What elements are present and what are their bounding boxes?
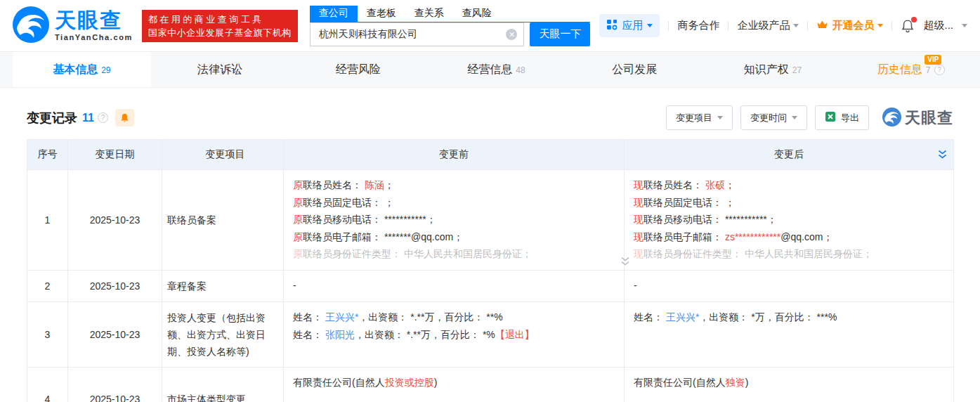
cell-change-item: 市场主体类型变更 [162, 368, 284, 402]
changed-value: zs************ [725, 231, 780, 242]
cell-text: 联络员电子邮箱： [643, 231, 725, 242]
column-header: 变更日期 [68, 140, 162, 170]
search-tabs: 查公司查老板查关系查风险 [310, 6, 591, 22]
notification-bell[interactable] [901, 19, 915, 33]
subscribe-bell-button[interactable] [115, 109, 134, 127]
excel-icon [825, 111, 836, 124]
cell-no: 3 [27, 302, 68, 368]
record-line: 现联络员身份证件类型： 中华人民共和国居民身份证； [634, 245, 944, 263]
column-header: 变更项目 [162, 140, 284, 170]
apps-grid-icon [606, 19, 618, 32]
cell-after: 有限责任公司(自然人独资) [625, 368, 954, 402]
help-icon[interactable]: ? [934, 65, 945, 75]
caret-down-icon [792, 116, 797, 122]
cell-text: ) [434, 377, 438, 388]
cell-text: 有限责任公司(自然人 [634, 377, 726, 388]
nav-business-cooperation[interactable]: 商务合作 [677, 19, 719, 32]
apps-button[interactable]: 应用 [599, 14, 660, 37]
clear-icon[interactable]: ✕ [506, 29, 517, 40]
tab-label: 经营信息 [467, 63, 512, 77]
cell-text: ，出资额： *.**万，百分比： *% [355, 329, 495, 340]
cell-no: 2 [27, 271, 68, 302]
changed-value: 【退出】 [495, 329, 535, 340]
search-tab[interactable]: 查公司 [310, 6, 358, 22]
cell-text: 姓名： [293, 311, 325, 323]
search-tab[interactable]: 查关系 [405, 6, 453, 22]
cell-after: 现联络员姓名： 张硕；现联络员固定电话： ；现联络员移动电话： ********… [625, 170, 954, 271]
crown-icon [816, 20, 828, 32]
entity-link[interactable]: 张阳光 [325, 329, 355, 340]
tab-经营风险[interactable]: 经营风险 [289, 52, 427, 87]
tab-count: 48 [516, 65, 525, 75]
tab-历史信息[interactable]: 历史信息VIP7? [842, 52, 980, 87]
nav-enterprise-products[interactable]: 企业级产品 [737, 19, 799, 32]
cell-no: 1 [27, 170, 68, 271]
entity-link[interactable]: 王兴兴* [325, 311, 358, 323]
record-line: 原联络员身份证件类型： 中华人民共和国居民身份证； [293, 245, 615, 263]
caret-down-icon [647, 24, 653, 30]
caret-down-icon [793, 24, 799, 30]
tab-基本信息[interactable]: 基本信息29 [13, 52, 151, 87]
tianyancha-logo[interactable]: 天眼查 TianYanCha.com [13, 6, 133, 45]
cell-text: ； [384, 179, 394, 190]
cell-date: 2025-10-23 [68, 368, 162, 402]
cell-text: 联络员移动电话： ***********； [643, 214, 777, 225]
tab-count: 29 [101, 65, 110, 75]
collapse-all-icon[interactable] [936, 149, 948, 160]
column-header: 序号 [27, 140, 68, 170]
nav-label: 开通会员 [832, 19, 874, 32]
export-button[interactable]: 导出 [815, 105, 869, 130]
cell-date: 2025-10-23 [68, 170, 162, 271]
export-label: 导出 [841, 112, 859, 124]
filter-change-item[interactable]: 变更项目 [666, 105, 733, 130]
divider [807, 21, 808, 31]
user-menu[interactable]: 超级... [923, 19, 953, 32]
cell-text: 有限责任公司(自然人 [293, 377, 385, 388]
nav-open-vip[interactable]: 开通会员 [816, 19, 883, 32]
search-tab[interactable]: 查老板 [358, 6, 405, 22]
filter-change-time[interactable]: 变更时间 [740, 105, 807, 130]
search-tab[interactable]: 查风险 [453, 6, 501, 22]
changed-value: 原 [293, 179, 303, 190]
tianyancha-logo-icon [13, 6, 49, 45]
divider [728, 21, 729, 31]
help-icon[interactable]: ? [98, 112, 108, 123]
table-row: 42025-10-23市场主体类型变更有限责任公司(自然人投资或控股)有限责任公… [27, 368, 954, 402]
cell-text: 联络员身份证件类型： 中华人民共和国居民身份证； [643, 248, 873, 259]
table-row: 12025-10-23联络员备案原联络员姓名： 陈涵；原联络员固定电话： ；原联… [27, 170, 954, 271]
record-line: 现联络员姓名： 张硕； [634, 176, 944, 194]
changed-value: 现 [634, 231, 643, 242]
cell-change-item: 章程备案 [162, 271, 284, 302]
divider [668, 21, 669, 31]
tab-label: 法律诉讼 [197, 63, 242, 77]
record-line: 原联络员姓名： 陈涵； [293, 176, 615, 194]
nav-label: 企业级产品 [737, 19, 790, 32]
main-content: 变更记录 11 ? 变更项目 变更时间 [0, 105, 980, 402]
record-line: - [293, 277, 615, 294]
records-table: 序号 变更日期 变更项目 变更前 变更后 120 [27, 139, 954, 402]
record-line: 现联络员电子邮箱： zs************@qq.com； [634, 228, 944, 246]
tab-法律诉讼[interactable]: 法律诉讼 [151, 52, 289, 87]
caret-down-icon [717, 116, 723, 122]
cell-text: ，出资额： *万，百分比： ***% [699, 311, 837, 323]
section-header: 变更记录 11 ? 变更项目 变更时间 [27, 105, 953, 130]
page: 天眼查 TianYanCha.com 都在用的商业查询工具 国家中小企业发展子基… [0, 0, 980, 402]
cell-text: 联络员姓名： [303, 179, 365, 190]
tianyancha-logo-icon [882, 108, 901, 129]
section-title: 变更记录 [27, 110, 77, 127]
watermark-text: 天眼查 [905, 108, 953, 129]
search-input[interactable] [310, 22, 525, 46]
tab-知识产权[interactable]: 知识产权27 [704, 52, 842, 87]
cell-before: - [284, 271, 625, 302]
table-header-row: 序号 变更日期 变更项目 变更前 变更后 [27, 140, 954, 170]
search-button[interactable]: 天眼一下 [530, 22, 590, 46]
expand-row-icon[interactable] [620, 257, 631, 266]
changed-value: 张硕 [705, 179, 725, 190]
tab-公司发展[interactable]: 公司发展 [566, 52, 704, 87]
cell-text: - [293, 280, 296, 291]
table-row: 32025-10-23投资人变更（包括出资额、出资方式、出资日期、投资人名称等)… [27, 302, 954, 368]
record-line: 姓名： 张阳光，出资额： *.**万，百分比： *%【退出】 [293, 326, 615, 344]
entity-link[interactable]: 王兴兴* [666, 311, 699, 323]
tab-经营信息[interactable]: 经营信息48 [427, 52, 566, 87]
cell-before: 姓名： 王兴兴*，出资额： *.**万，百分比： **%姓名： 张阳光，出资额：… [284, 302, 625, 368]
